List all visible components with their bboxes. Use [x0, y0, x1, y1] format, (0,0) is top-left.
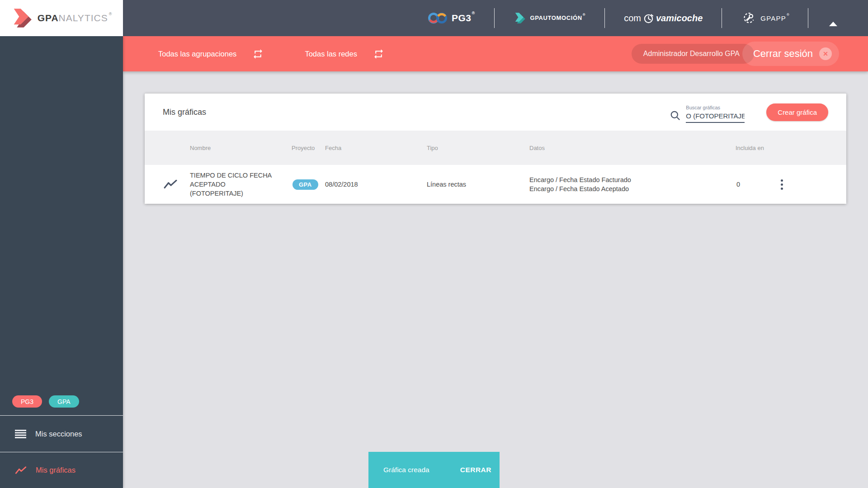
- search-input[interactable]: [686, 112, 745, 123]
- gpautomocion-registered-mark: ®: [583, 13, 586, 17]
- header-logo-strip: PG3® GPAUTOMOCIÓN® com: [428, 0, 868, 36]
- sidebar-item-mis-graficas[interactable]: Mis gráficas: [0, 452, 123, 488]
- sidebar-item-mis-secciones[interactable]: Mis secciones: [0, 416, 123, 452]
- header-separator: [494, 8, 495, 28]
- line-chart-icon: [164, 179, 190, 189]
- top-header: GPANALYTICS® PG3® GPAUTOM: [0, 0, 868, 36]
- column-header-nombre: Nombre: [190, 145, 292, 151]
- collapse-arrow-icon: [829, 15, 837, 26]
- sidebar-badge-gpa[interactable]: GPA: [49, 395, 79, 408]
- compravamicoche-label: com vamicoche: [624, 13, 703, 24]
- kebab-dot: [781, 179, 783, 182]
- line-chart-icon: [15, 466, 27, 474]
- gpautomocion-label: GPAUTOMOCIÓN®: [530, 14, 586, 21]
- logged-in-user-label: Administrador Desarrollo GPA: [632, 44, 754, 64]
- sidebar-badge-pg3[interactable]: PG3: [12, 395, 42, 408]
- pg3-logo[interactable]: PG3®: [428, 11, 475, 25]
- cell-incluida-en: 0: [736, 180, 776, 189]
- card-header: Mis gráficas Buscar gráficas Crear gráfi…: [145, 94, 846, 131]
- row-actions-kebab-menu[interactable]: [776, 178, 787, 192]
- search-field-label: Buscar gráficas: [686, 105, 745, 110]
- user-session-area: Administrador Desarrollo GPA Cerrar sesi…: [632, 42, 868, 66]
- snackbar-toast: Gráfica creada CERRAR: [368, 452, 500, 488]
- header-separator: [808, 8, 808, 28]
- logout-label: Cerrar sesión: [753, 48, 813, 60]
- swap-icon: [252, 48, 264, 60]
- cell-tipo: Líneas rectas: [427, 180, 529, 189]
- datos-line-2: Encargo / Fecha Estado Aceptado: [529, 184, 736, 193]
- brand-logo[interactable]: GPANALYTICS®: [0, 0, 123, 36]
- gpapp-registered-mark: ®: [787, 13, 790, 17]
- collapse-header-button[interactable]: [826, 12, 840, 24]
- search-field-group: Buscar gráficas: [686, 101, 745, 123]
- pg3-registered-mark: ®: [472, 11, 475, 15]
- brand-registered-mark: ®: [109, 12, 113, 16]
- main-content: Mis gráficas Buscar gráficas Crear gráfi…: [123, 71, 868, 488]
- wrench-icon: [741, 10, 756, 26]
- automocion-arrow-icon: [514, 12, 526, 24]
- sidebar-item-label: Mis gráficas: [36, 466, 75, 474]
- brand-gpa-text: GPA: [38, 13, 59, 23]
- sidebar-item-label: Mis secciones: [35, 430, 82, 438]
- project-badge: GPA: [292, 179, 318, 190]
- toast-close-button[interactable]: CERRAR: [460, 466, 491, 474]
- logout-button[interactable]: Cerrar sesión ✕: [742, 42, 839, 66]
- column-header-datos: Datos: [529, 145, 736, 151]
- table-row[interactable]: TIEMPO DE CICLO FECHA ACEPTADO (FOTOPERI…: [145, 165, 846, 204]
- sidebar-badges: PG3 GPA: [12, 395, 79, 408]
- toast-message: Gráfica creada: [383, 466, 429, 474]
- close-circle-icon: ✕: [819, 47, 832, 60]
- swap-icon: [373, 48, 385, 60]
- filter-bar: Todas las agrupaciones Todas las redes A…: [123, 36, 868, 71]
- compravamicoche-post-text: vamicoche: [656, 13, 703, 23]
- groupings-filter-label[interactable]: Todas las agrupaciones: [158, 50, 236, 58]
- gpautomocion-logo[interactable]: GPAUTOMOCIÓN®: [514, 12, 586, 24]
- datos-line-1: Encargo / Fecha Estado Facturado: [529, 175, 736, 184]
- clock-icon: [643, 13, 654, 24]
- menu-icon: [15, 430, 26, 438]
- networks-filter-label[interactable]: Todas las redes: [305, 50, 357, 58]
- groupings-swap-button[interactable]: [252, 48, 264, 60]
- compravamicoche-logo[interactable]: com vamicoche: [624, 13, 703, 24]
- kebab-dot: [781, 188, 783, 190]
- kebab-dot: [781, 183, 783, 186]
- header-separator: [722, 8, 722, 28]
- gpapp-label: GPAPP®: [760, 14, 790, 22]
- brand-nalytics-text: NALYTICS: [59, 13, 108, 23]
- cell-proyecto: GPA: [292, 179, 325, 190]
- pg3-label: PG3®: [452, 13, 475, 23]
- compravamicoche-pre-text: com: [624, 13, 641, 23]
- gpapp-logo[interactable]: GPAPP®: [741, 10, 790, 26]
- charts-card: Mis gráficas Buscar gráficas Crear gráfi…: [145, 94, 846, 204]
- search-icon[interactable]: [670, 110, 681, 122]
- column-header-proyecto: Proyecto: [292, 145, 325, 151]
- header-separator: [604, 8, 605, 28]
- pg3-infinity-icon: [428, 11, 448, 25]
- create-chart-button[interactable]: Crear gráfica: [766, 103, 828, 121]
- sidebar: PG3 GPA Mis secciones Mis gráficas: [0, 36, 123, 488]
- column-header-incluida-en: Incluida en: [736, 145, 776, 151]
- cell-nombre: TIEMPO DE CICLO FECHA ACEPTADO (FOTOPERI…: [190, 171, 292, 198]
- cell-datos: Encargo / Fecha Estado Facturado Encargo…: [529, 175, 736, 193]
- brand-arrow-icon: [11, 8, 33, 28]
- column-header-fecha: Fecha: [325, 145, 427, 151]
- table-header-row: Nombre Proyecto Fecha Tipo Datos Incluid…: [145, 131, 846, 165]
- filter-controls: Todas las agrupaciones Todas las redes: [123, 48, 385, 60]
- column-header-tipo: Tipo: [427, 145, 529, 151]
- page-title: Mis gráficas: [163, 108, 670, 117]
- cell-fecha: 08/02/2018: [325, 180, 427, 189]
- brand-wordmark: GPANALYTICS®: [38, 13, 113, 23]
- networks-swap-button[interactable]: [373, 48, 385, 60]
